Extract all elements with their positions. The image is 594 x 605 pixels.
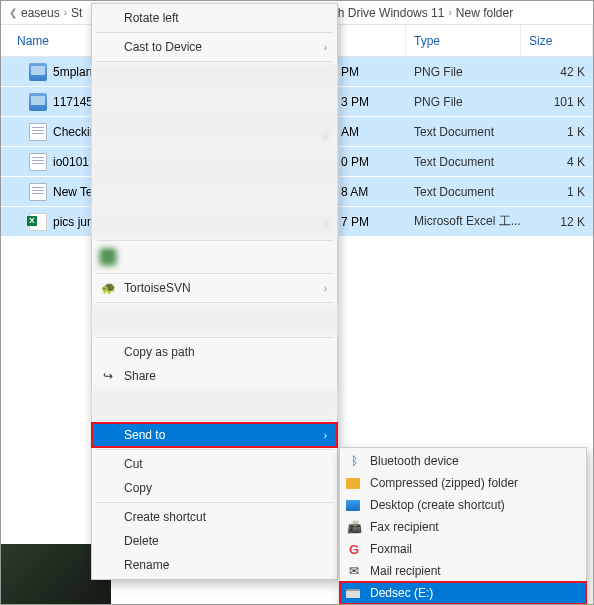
text-file-icon xyxy=(29,123,47,141)
ctx-copy-as-path[interactable]: Copy as path xyxy=(92,340,337,364)
file-type: Microsoft Excel 工... xyxy=(406,213,521,230)
file-size: 12 K xyxy=(521,215,593,229)
mail-icon: ✉ xyxy=(346,563,362,579)
ctx-blurred[interactable] xyxy=(92,160,337,208)
ai-icon: Ai xyxy=(100,249,116,265)
file-date: 0 PM xyxy=(341,155,406,169)
send-to-desktop[interactable]: Desktop (create shortcut) xyxy=(340,494,586,516)
zip-folder-icon xyxy=(346,478,360,489)
col-date-header[interactable] xyxy=(341,25,406,56)
col-size-header[interactable]: Size xyxy=(521,25,593,56)
bluetooth-icon: ᛒ xyxy=(346,453,362,469)
foxmail-icon: G xyxy=(346,541,362,557)
ctx-blurred[interactable] xyxy=(92,64,337,112)
send-to-foxmail[interactable]: GFoxmail xyxy=(340,538,586,560)
breadcrumb-item[interactable]: New folder xyxy=(456,6,513,20)
context-menu: Rotate left Cast to Device› › › Ai 🐢Tort… xyxy=(91,3,338,580)
col-type-header[interactable]: Type xyxy=(406,25,521,56)
file-type: PNG File xyxy=(406,95,521,109)
file-size: 101 K xyxy=(521,95,593,109)
divider xyxy=(96,502,333,503)
divider xyxy=(96,240,333,241)
send-to-submenu: ᛒBluetooth device Compressed (zipped) fo… xyxy=(339,447,587,605)
divider xyxy=(96,420,333,421)
text-file-icon xyxy=(29,183,47,201)
share-icon: ↪ xyxy=(100,368,116,384)
divider xyxy=(96,302,333,303)
ctx-blurred[interactable]: › xyxy=(92,112,337,160)
ctx-tortoise-svn[interactable]: 🐢TortoiseSVN› xyxy=(92,276,337,300)
chevron-right-icon: › xyxy=(448,7,451,18)
file-size: 42 K xyxy=(521,65,593,79)
ctx-create-shortcut[interactable]: Create shortcut xyxy=(92,505,337,529)
text-file-icon xyxy=(29,153,47,171)
ctx-blurred[interactable] xyxy=(92,305,337,335)
send-to-fax[interactable]: 📠Fax recipient xyxy=(340,516,586,538)
send-to-mail[interactable]: ✉Mail recipient xyxy=(340,560,586,582)
png-file-icon xyxy=(29,93,47,111)
file-date: PM xyxy=(341,65,406,79)
file-type: Text Document xyxy=(406,185,521,199)
ctx-blurred[interactable] xyxy=(92,388,337,418)
send-to-compressed[interactable]: Compressed (zipped) folder xyxy=(340,472,586,494)
tortoise-svn-icon: 🐢 xyxy=(100,280,116,296)
divider xyxy=(96,337,333,338)
file-type: Text Document xyxy=(406,155,521,169)
breadcrumb-item[interactable]: easeus xyxy=(21,6,60,20)
file-size: 1 K xyxy=(521,185,593,199)
chevron-right-icon: › xyxy=(324,283,327,294)
ctx-blurred[interactable]: › xyxy=(92,208,337,238)
ctx-cast-to-device[interactable]: Cast to Device› xyxy=(92,35,337,59)
file-type: Text Document xyxy=(406,125,521,139)
divider xyxy=(96,273,333,274)
file-size: 4 K xyxy=(521,155,593,169)
divider xyxy=(96,32,333,33)
drive-icon xyxy=(346,589,360,598)
chevron-right-icon: › xyxy=(324,218,327,229)
file-size: 1 K xyxy=(521,125,593,139)
file-type: PNG File xyxy=(406,65,521,79)
file-date: AM xyxy=(341,125,406,139)
file-date: 3 PM xyxy=(341,95,406,109)
send-to-drive[interactable]: Dedsec (E:) xyxy=(340,582,586,604)
chevron-left-icon: ❮ xyxy=(9,7,17,18)
ctx-rename[interactable]: Rename xyxy=(92,553,337,577)
desktop-icon xyxy=(346,500,360,511)
ctx-copy[interactable]: Copy xyxy=(92,476,337,500)
chevron-right-icon: › xyxy=(324,42,327,53)
send-to-bluetooth[interactable]: ᛒBluetooth device xyxy=(340,450,586,472)
ctx-send-to[interactable]: Send to› xyxy=(92,423,337,447)
ctx-delete[interactable]: Delete xyxy=(92,529,337,553)
chevron-right-icon: › xyxy=(324,430,327,441)
chevron-right-icon: › xyxy=(64,7,67,18)
ctx-rotate-left[interactable]: Rotate left xyxy=(92,6,337,30)
ctx-blurred[interactable]: Ai xyxy=(92,243,337,271)
breadcrumb-item[interactable]: St xyxy=(71,6,82,20)
chevron-right-icon: › xyxy=(324,131,327,142)
ctx-share[interactable]: ↪Share xyxy=(92,364,337,388)
divider xyxy=(96,61,333,62)
file-date: 8 AM xyxy=(341,185,406,199)
png-file-icon xyxy=(29,63,47,81)
divider xyxy=(96,449,333,450)
excel-file-icon xyxy=(29,213,47,231)
file-date: 7 PM xyxy=(341,215,406,229)
ctx-cut[interactable]: Cut xyxy=(92,452,337,476)
fax-icon: 📠 xyxy=(346,519,362,535)
